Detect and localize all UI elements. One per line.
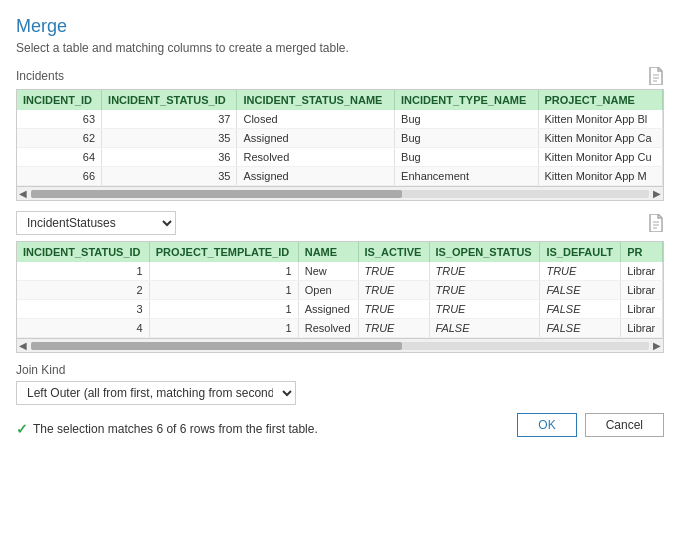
- cell-is_active: TRUE: [358, 319, 429, 338]
- cell-pr: Librar: [621, 281, 663, 300]
- table-row[interactable]: 6436ResolvedBugKitten Monitor App Cu: [17, 148, 663, 167]
- cell-incident_status_id: 3: [17, 300, 149, 319]
- cell-incident_status_id: 35: [102, 167, 237, 186]
- check-icon: ✓: [16, 421, 28, 437]
- table-row[interactable]: 6235AssignedBugKitten Monitor App Ca: [17, 129, 663, 148]
- table2-export-icon[interactable]: [648, 214, 664, 232]
- cell-name: Resolved: [298, 319, 358, 338]
- cell-incident_id: 63: [17, 110, 102, 129]
- cell-is_default: FALSE: [540, 319, 621, 338]
- cell-is_active: TRUE: [358, 281, 429, 300]
- incidents-scrollbar[interactable]: ◀ ▶: [17, 186, 663, 200]
- match-message-row: ✓ The selection matches 6 of 6 rows from…: [16, 421, 318, 437]
- table1-label: Incidents: [16, 69, 64, 83]
- col-project-name: PROJECT_NAME: [538, 90, 663, 110]
- col-is-open-status: IS_OPEN_STATUS: [429, 242, 540, 262]
- cell-incident_type_name: Bug: [395, 110, 538, 129]
- cell-incident_status_id: 37: [102, 110, 237, 129]
- incidents-scroll-left[interactable]: ◀: [19, 188, 27, 199]
- cell-incident_id: 66: [17, 167, 102, 186]
- cell-incident_status_name: Resolved: [237, 148, 395, 167]
- col-name: NAME: [298, 242, 358, 262]
- col-status-id: INCIDENT_STATUS_ID: [17, 242, 149, 262]
- cell-incident_status_name: Assigned: [237, 129, 395, 148]
- cell-is_default: FALSE: [540, 281, 621, 300]
- cell-incident_id: 64: [17, 148, 102, 167]
- incidents-scroll-thumb: [31, 190, 402, 198]
- page-title: Merge: [16, 16, 664, 37]
- cell-is_active: TRUE: [358, 262, 429, 281]
- cell-incident_type_name: Bug: [395, 148, 538, 167]
- cell-name: Assigned: [298, 300, 358, 319]
- table-row[interactable]: 41ResolvedTRUEFALSEFALSELibrar: [17, 319, 663, 338]
- table-row[interactable]: 6337ClosedBugKitten Monitor App Bl: [17, 110, 663, 129]
- col-is-active: IS_ACTIVE: [358, 242, 429, 262]
- col-incident-status-name: INCIDENT_STATUS_NAME: [237, 90, 395, 110]
- incidents-scroll-right[interactable]: ▶: [653, 188, 661, 199]
- join-section: Join Kind Left Outer (all from first, ma…: [16, 363, 664, 405]
- cell-is_open_status: TRUE: [429, 281, 540, 300]
- table2-dropdown-row: IncidentStatusesProjectsUsers: [16, 211, 664, 235]
- join-kind-label: Join Kind: [16, 363, 664, 377]
- statuses-scrollbar[interactable]: ◀ ▶: [17, 338, 663, 352]
- statuses-scroll-thumb: [31, 342, 402, 350]
- table-row[interactable]: 6635AssignedEnhancementKitten Monitor Ap…: [17, 167, 663, 186]
- match-message: The selection matches 6 of 6 rows from t…: [33, 422, 318, 436]
- footer: ✓ The selection matches 6 of 6 rows from…: [16, 413, 664, 437]
- col-incident-id: INCIDENT_ID: [17, 90, 102, 110]
- cell-incident_status_name: Closed: [237, 110, 395, 129]
- cell-project_name: Kitten Monitor App Cu: [538, 148, 663, 167]
- cell-is_open_status: TRUE: [429, 262, 540, 281]
- cell-incident_status_id: 35: [102, 129, 237, 148]
- cell-project_template_id: 1: [149, 262, 298, 281]
- cell-is_default: FALSE: [540, 300, 621, 319]
- statuses-table-wrapper: INCIDENT_STATUS_ID PROJECT_TEMPLATE_ID N…: [16, 241, 664, 353]
- table2-select[interactable]: IncidentStatusesProjectsUsers: [16, 211, 176, 235]
- cell-incident_status_id: 2: [17, 281, 149, 300]
- incidents-table-wrapper: INCIDENT_ID INCIDENT_STATUS_ID INCIDENT_…: [16, 89, 664, 201]
- cell-incident_status_id: 36: [102, 148, 237, 167]
- cell-project_template_id: 1: [149, 281, 298, 300]
- col-project-template-id: PROJECT_TEMPLATE_ID: [149, 242, 298, 262]
- cell-incident_status_id: 1: [17, 262, 149, 281]
- join-kind-select[interactable]: Left Outer (all from first, matching fro…: [16, 381, 296, 405]
- table1-export-icon[interactable]: [648, 67, 664, 85]
- cell-project_name: Kitten Monitor App Ca: [538, 129, 663, 148]
- cell-is_active: TRUE: [358, 300, 429, 319]
- cell-is_default: TRUE: [540, 262, 621, 281]
- cell-name: New: [298, 262, 358, 281]
- statuses-header-row: INCIDENT_STATUS_ID PROJECT_TEMPLATE_ID N…: [17, 242, 663, 262]
- incidents-table: INCIDENT_ID INCIDENT_STATUS_ID INCIDENT_…: [17, 90, 663, 186]
- cell-is_open_status: TRUE: [429, 300, 540, 319]
- button-group: OK Cancel: [517, 413, 664, 437]
- cell-project_template_id: 1: [149, 319, 298, 338]
- cell-project_name: Kitten Monitor App M: [538, 167, 663, 186]
- subtitle: Select a table and matching columns to c…: [16, 41, 664, 55]
- cell-incident_status_id: 4: [17, 319, 149, 338]
- incidents-header-row: INCIDENT_ID INCIDENT_STATUS_ID INCIDENT_…: [17, 90, 663, 110]
- cell-is_open_status: FALSE: [429, 319, 540, 338]
- cell-incident_type_name: Bug: [395, 129, 538, 148]
- cell-pr: Librar: [621, 262, 663, 281]
- cell-pr: Librar: [621, 300, 663, 319]
- statuses-scroll-left[interactable]: ◀: [19, 340, 27, 351]
- statuses-table: INCIDENT_STATUS_ID PROJECT_TEMPLATE_ID N…: [17, 242, 663, 338]
- statuses-scroll-right[interactable]: ▶: [653, 340, 661, 351]
- cell-project_template_id: 1: [149, 300, 298, 319]
- table-row[interactable]: 11NewTRUETRUETRUELibrar: [17, 262, 663, 281]
- cell-incident_type_name: Enhancement: [395, 167, 538, 186]
- col-incident-status-id: INCIDENT_STATUS_ID: [102, 90, 237, 110]
- col-pr: PR: [621, 242, 663, 262]
- cancel-button[interactable]: Cancel: [585, 413, 664, 437]
- cell-name: Open: [298, 281, 358, 300]
- incidents-scroll-track[interactable]: [31, 190, 649, 198]
- cell-pr: Librar: [621, 319, 663, 338]
- col-is-default: IS_DEFAULT: [540, 242, 621, 262]
- col-incident-type-name: INCIDENT_TYPE_NAME: [395, 90, 538, 110]
- cell-incident_id: 62: [17, 129, 102, 148]
- table-row[interactable]: 31AssignedTRUETRUEFALSELibrar: [17, 300, 663, 319]
- statuses-scroll-track[interactable]: [31, 342, 649, 350]
- cell-project_name: Kitten Monitor App Bl: [538, 110, 663, 129]
- table-row[interactable]: 21OpenTRUETRUEFALSELibrar: [17, 281, 663, 300]
- ok-button[interactable]: OK: [517, 413, 576, 437]
